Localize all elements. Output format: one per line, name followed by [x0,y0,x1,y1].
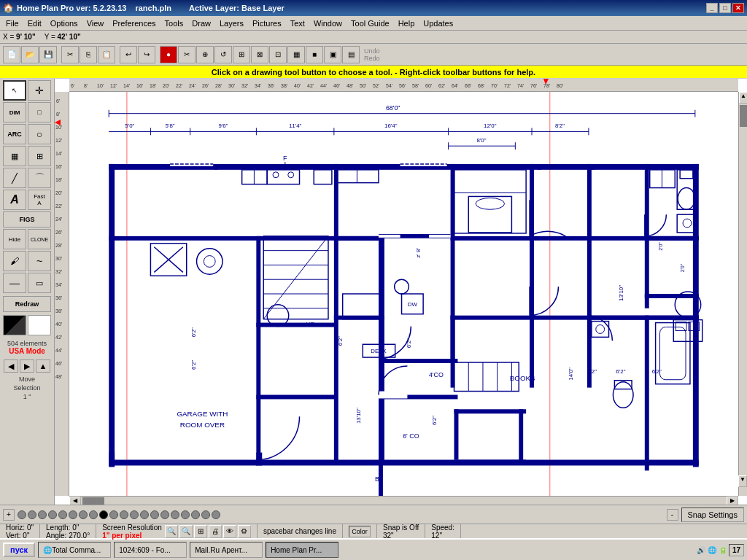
poly-button[interactable]: ⌒ [28,168,51,188]
cut-button[interactable]: ✂ [61,46,79,63]
layer-dot-13[interactable] [140,510,149,519]
close-button[interactable]: ✕ [732,3,744,13]
dim-button[interactable]: DIM [3,102,26,122]
canvas-area[interactable]: 6' 8' 10' 12' 14' 16' 18' 20' 22' 24' 26… [55,79,747,505]
menu-file[interactable]: File [1,18,23,29]
menu-options[interactable]: Options [46,18,82,29]
layer-dot-15[interactable] [160,510,169,519]
menu-text[interactable]: Text [286,18,309,29]
tb-btn9[interactable]: ▣ [324,46,341,63]
redo-button[interactable]: ↪ [138,46,155,63]
print-button[interactable]: 🖨 [209,525,222,538]
tb-btn2[interactable]: ⊕ [196,46,214,63]
text-button[interactable]: A [3,190,26,210]
hrect-button[interactable]: ▭ [28,273,51,293]
color-section[interactable]: Color [343,524,377,538]
tb-btn5[interactable]: ⊠ [251,46,268,63]
fast-text-button[interactable]: FastA [28,190,51,210]
layer-dot-10[interactable] [109,510,118,519]
start-button[interactable]: пуск [3,542,35,557]
scroll-down-button[interactable]: ▼ [738,475,747,487]
hide-button[interactable]: Hide [3,229,26,249]
tb-btn8[interactable]: ■ [306,46,323,63]
layer-dot-3[interactable] [38,510,47,519]
copy-button[interactable]: ⎘ [80,46,97,63]
move-right[interactable]: ▶ [20,359,34,373]
curve-button[interactable]: ~ [28,251,51,271]
menu-window[interactable]: Window [309,18,347,29]
menu-preferences[interactable]: Preferences [108,18,160,29]
remove-layer-button[interactable]: - [667,509,678,521]
save-button[interactable]: 💾 [39,46,57,63]
menu-view[interactable]: View [82,18,109,29]
scroll-hthumb[interactable] [82,497,104,505]
layer-dot-7[interactable] [79,510,88,519]
open-button[interactable]: 📂 [21,46,39,63]
taskbar-item-2[interactable]: 1024:609 - Fo... [114,542,187,558]
add-layer-button[interactable]: + [3,509,15,521]
layer-dot-16[interactable] [171,510,179,519]
arc-button[interactable]: ARC [3,124,26,144]
scroll-up-button[interactable]: ▲ [739,92,747,104]
scroll-thumb[interactable] [740,105,747,127]
scrollbar-right[interactable]: ▲ ▼ [738,92,747,496]
layer-dot-17[interactable] [181,510,190,519]
line-button[interactable]: ╱ [3,168,26,188]
menu-edit[interactable]: Edit [23,18,46,29]
door-button[interactable]: ⊞ [28,146,51,166]
new-button[interactable]: 📄 [3,46,20,63]
move-left[interactable]: ◀ [4,359,18,373]
layer-dot-12[interactable] [130,510,139,519]
scrollbar-bottom[interactable]: ◀ ▶ [69,496,738,505]
zoom-in-button[interactable]: ● [160,46,177,63]
drawing-canvas[interactable]: 68'0" 5'0" 5'8" 9'6" 11'4" 16'4" 12'0" 8… [69,92,738,496]
tb-btn7[interactable]: ▦ [287,46,305,63]
taskbar-item-1[interactable]: 🌐 Total Comma... [38,542,111,558]
tb-btn3[interactable]: ↺ [214,46,232,63]
move-up[interactable]: ▲ [36,359,50,373]
color-btn2[interactable] [28,315,51,335]
settings-button-status[interactable]: ⚙ [238,525,251,538]
menu-draw[interactable]: Draw [187,18,215,29]
menu-help[interactable]: Help [394,18,419,29]
menu-updates[interactable]: Updates [419,18,457,29]
layer-dot-6[interactable] [69,510,77,519]
layer-dot-9-active[interactable] [99,510,108,519]
select-arrow-button[interactable]: ↖ [3,80,26,101]
select-cross-button[interactable]: ✛ [28,80,51,101]
clone-button[interactable]: CLONE [28,229,51,249]
menu-tools[interactable]: Tools [160,18,188,29]
layer-dot-1[interactable] [18,510,26,519]
rect-button[interactable]: □ [28,102,51,122]
wall-button[interactable]: ▦ [3,146,26,166]
minimize-button[interactable]: _ [706,3,718,13]
view-button[interactable]: 👁 [223,525,236,538]
layer-dot-18[interactable] [191,510,200,519]
paste-button[interactable]: 📋 [98,46,115,63]
figs-button[interactable]: FIGS [3,211,51,228]
fit-button[interactable]: ⊞ [194,525,207,538]
layer-dot-11[interactable] [120,510,128,519]
tb-btn4[interactable]: ⊞ [233,46,250,63]
layer-dot-19[interactable] [201,510,210,519]
scroll-left-button[interactable]: ◀ [69,497,81,505]
scroll-right-button[interactable]: ▶ [727,497,738,505]
redraw-button[interactable]: Redraw [3,296,51,312]
tb-btn1[interactable]: ✂ [178,46,196,63]
paint-button[interactable]: 🖌 [3,251,26,271]
menu-layers[interactable]: Layers [215,18,248,29]
tb-btn10[interactable]: ▤ [342,46,360,63]
taskbar-item-4[interactable]: Home Plan Pr... [266,542,338,558]
menu-toolguide[interactable]: Tool Guide [347,18,394,29]
maximize-button[interactable]: □ [719,3,731,13]
menu-pictures[interactable]: Pictures [248,18,286,29]
circle-button[interactable]: ○ [28,124,51,144]
layer-dot-14[interactable] [150,510,159,519]
taskbar-item-3[interactable]: Mail.Ru Арент... [190,542,263,558]
tb-btn6[interactable]: ⊡ [269,46,287,63]
hline-button[interactable]: — [3,273,26,293]
zoom-in-button-status[interactable]: 🔍 [179,525,193,538]
layer-dot-2[interactable] [28,510,36,519]
color-swatch[interactable] [3,315,26,335]
snap-settings-button[interactable]: Snap Settings [681,508,745,522]
